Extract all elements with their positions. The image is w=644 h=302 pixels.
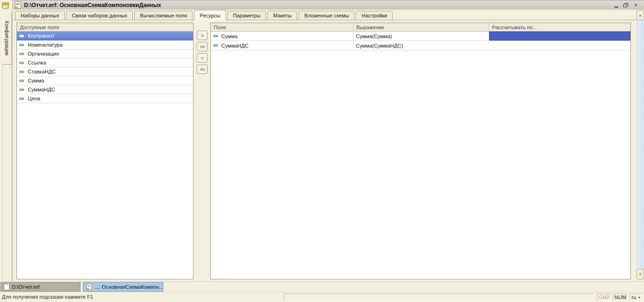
field-item-ssylka[interactable]: Ссылка — [17, 58, 193, 67]
vertical-scrollbar[interactable]: ▲ ▼ — [636, 10, 644, 279]
status-panel — [284, 294, 594, 301]
attribute-icon — [19, 62, 24, 64]
table-row[interactable]: СуммаНДС Сумма(СуммаНДС) — [211, 41, 630, 50]
attribute-icon — [19, 44, 24, 46]
move-right-button[interactable]: > — [197, 31, 208, 40]
arrow-down-icon: ▼ — [638, 272, 642, 277]
num-lock-indicator: NUM — [613, 294, 628, 301]
restore-icon — [623, 3, 628, 8]
attribute-icon — [19, 89, 24, 91]
resources-table-header: Поле Выражение Рассчитывать по... — [211, 23, 630, 32]
main-tabstrip: Наборы данных Связи наборов данных Вычис… — [13, 10, 636, 20]
tab-resources[interactable]: Ресурсы — [194, 10, 225, 20]
minimize-icon — [614, 7, 618, 8]
sidebar-panel: Конфигурация — [0, 0, 13, 281]
available-fields-panel: Доступные поля Контрагент Номенклатура О… — [16, 23, 193, 279]
field-item-nomenklatura[interactable]: Номенклатура — [17, 41, 193, 49]
attribute-icon — [19, 71, 24, 73]
attribute-icon — [19, 98, 24, 100]
tab-nested-schemas[interactable]: Вложенные схемы — [298, 11, 354, 20]
sidebar-tab-label: Конфигурация — [4, 21, 10, 56]
column-header-field: Поле — [211, 23, 354, 32]
cell-expression[interactable]: Сумма(СуммаНДС) — [354, 41, 489, 50]
window-taskbar: D:\Отчет.erf ...: ОсновнаяСхемаКомпон... — [0, 281, 644, 292]
available-fields-header: Доступные поля — [17, 23, 193, 32]
close-icon: × — [634, 2, 637, 8]
cell-calculate-by[interactable] — [489, 41, 630, 50]
title-bar: D:\Отчет.erf: ОсновнаяСхемаКомпоновкиДан… — [13, 0, 644, 9]
caps-lock-indicator: CAP — [597, 294, 612, 301]
attribute-icon — [19, 35, 24, 37]
column-header-expression: Выражение — [354, 23, 489, 32]
move-all-left-button[interactable]: << — [197, 65, 208, 74]
attribute-icon — [213, 44, 218, 47]
tab-parameters[interactable]: Параметры — [227, 11, 266, 20]
arrow-up-icon: ▲ — [638, 13, 642, 17]
field-item-kontragent[interactable]: Контрагент — [17, 32, 193, 41]
minimize-button[interactable] — [612, 1, 620, 8]
taskbar-tab-report-file[interactable]: D:\Отчет.erf — [0, 282, 80, 292]
tab-data-sets[interactable]: Наборы данных — [15, 11, 65, 20]
chevron-down-icon: ▼ — [637, 296, 641, 299]
cell-field[interactable]: Сумма — [211, 32, 354, 41]
report-document-icon — [15, 1, 22, 9]
document-icon — [4, 284, 9, 290]
scroll-up-button[interactable]: ▲ — [636, 10, 644, 20]
tab-layouts[interactable]: Макеты — [267, 11, 297, 20]
field-item-organizaciya[interactable]: Организация — [17, 49, 193, 58]
application-window: D:\Отчет.erf: ОсновнаяСхемаКомпоновкиДан… — [0, 0, 644, 302]
sidebar-tab-configuration[interactable]: Конфигурация — [2, 12, 12, 65]
attribute-icon — [19, 53, 24, 55]
close-button[interactable]: × — [632, 1, 640, 8]
status-message: Для получения подсказки нажмите F1 — [2, 294, 93, 300]
move-left-button[interactable]: < — [197, 53, 208, 63]
configuration-icon — [1, 1, 10, 10]
move-all-right-button[interactable]: >> — [197, 42, 208, 51]
field-item-stavka-nds[interactable]: СтавкаНДС — [17, 67, 193, 76]
cell-expression[interactable]: Сумма(Сумма) — [354, 32, 489, 41]
taskbar-tab-composition-schema[interactable]: ...: ОсновнаяСхемаКомпон... — [83, 282, 163, 292]
attribute-icon — [213, 35, 218, 37]
language-selector[interactable]: ru▼ — [630, 294, 643, 301]
field-item-summa-nds[interactable]: СуммаНДС — [17, 85, 193, 94]
window-title: D:\Отчет.erf: ОсновнаяСхемаКомпоновкиДан… — [24, 2, 161, 8]
resources-tab-content: Доступные поля Контрагент Номенклатура О… — [13, 20, 636, 281]
tab-calculated-fields[interactable]: Вычисляемые поля — [134, 11, 193, 20]
cell-calculate-by-selected[interactable] — [489, 32, 630, 41]
scroll-down-button[interactable]: ▼ — [636, 269, 644, 279]
field-item-cena[interactable]: Цена — [17, 94, 193, 103]
cell-field[interactable]: СуммаНДС — [211, 41, 354, 50]
column-header-calculate-by: Рассчитывать по... — [489, 23, 630, 32]
report-document-icon — [86, 284, 92, 291]
scrollbar-track[interactable] — [637, 20, 644, 269]
attribute-icon — [19, 80, 24, 82]
restore-button[interactable] — [622, 1, 630, 8]
table-row[interactable]: Сумма Сумма(Сумма) — [211, 32, 630, 41]
field-item-summa[interactable]: Сумма — [17, 76, 193, 85]
sidebar-tabstrip: Конфигурация — [2, 12, 12, 279]
status-bar: Для получения подсказки нажмите F1 CAP N… — [0, 292, 644, 302]
resources-table: Поле Выражение Рассчитывать по... Сумма … — [210, 23, 631, 279]
tab-data-set-links[interactable]: Связи наборов данных — [66, 11, 133, 20]
tab-settings[interactable]: Настройки — [356, 11, 393, 20]
